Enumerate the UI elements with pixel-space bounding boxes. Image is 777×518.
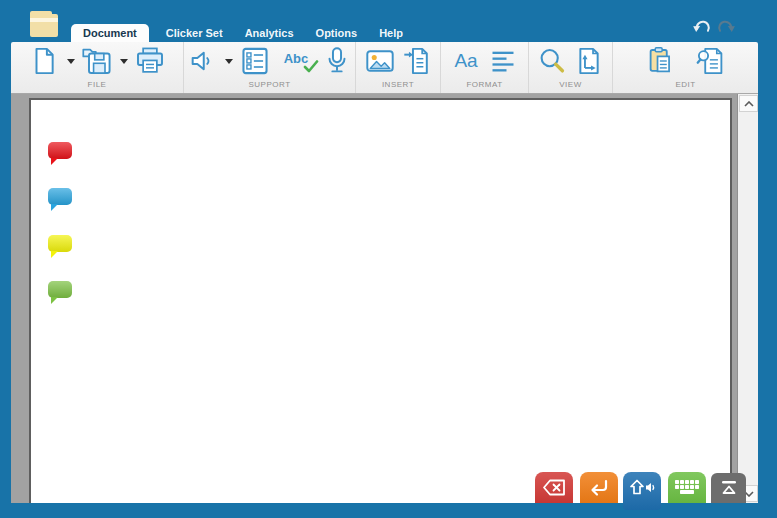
keyboard-icon — [674, 479, 700, 496]
chevron-down-icon — [225, 59, 233, 64]
speak-button[interactable] — [623, 472, 661, 510]
keyboard-button[interactable] — [668, 472, 706, 503]
chevron-down-icon — [120, 59, 128, 64]
new-document-button[interactable] — [27, 43, 61, 79]
paste-button[interactable] — [644, 43, 678, 79]
zoom-button[interactable] — [535, 43, 569, 79]
collapse-panel-button[interactable] — [711, 473, 746, 503]
group-label-file: FILE — [88, 80, 107, 93]
spellcheck-button[interactable]: Abc — [275, 43, 317, 79]
undo-icon[interactable] — [690, 15, 712, 37]
tab-bar: Document Clicker Set Analytics Options H… — [71, 24, 414, 42]
green-speech-bubble[interactable] — [48, 281, 72, 298]
return-arrow-icon — [588, 479, 610, 497]
toolbar-group-file: FILE — [11, 42, 184, 93]
shift-speaker-icon — [629, 479, 655, 496]
speaker-button[interactable] — [185, 43, 219, 79]
check-icon — [303, 59, 319, 77]
tab-help[interactable]: Help — [368, 24, 414, 42]
tab-analytics[interactable]: Analytics — [234, 24, 305, 42]
app-window: Document Clicker Set Analytics Options H… — [0, 0, 777, 518]
collapse-up-icon — [719, 479, 739, 497]
redo-icon[interactable] — [715, 15, 737, 37]
toolbar-group-edit: EDIT — [613, 42, 758, 93]
font-aa-text: Aa — [454, 50, 477, 72]
toolbar-group-support: Abc SUPPORT — [184, 42, 356, 93]
print-button[interactable] — [133, 43, 167, 79]
yellow-speech-bubble[interactable] — [48, 235, 72, 252]
group-label-insert: INSERT — [382, 80, 414, 93]
font-button[interactable]: Aa — [449, 43, 483, 79]
speaker-dropdown[interactable] — [222, 43, 235, 79]
scroll-up-button[interactable] — [739, 95, 758, 112]
red-speech-bubble[interactable] — [48, 142, 72, 159]
save-button[interactable] — [80, 43, 114, 79]
alignment-button[interactable] — [486, 43, 520, 79]
document-canvas — [11, 94, 758, 503]
page-size-button[interactable] — [572, 43, 606, 79]
toolbar-group-format: Aa FORMAT — [441, 42, 529, 93]
toolbar-group-insert: INSERT — [356, 42, 441, 93]
numbered-list-button[interactable] — [238, 43, 272, 79]
group-label-format: FORMAT — [466, 80, 502, 93]
new-document-dropdown[interactable] — [64, 43, 77, 79]
chevron-up-icon — [744, 101, 754, 107]
backspace-icon — [542, 479, 566, 496]
group-label-support: SUPPORT — [248, 80, 290, 93]
group-label-view: VIEW — [559, 80, 581, 93]
insert-document-button[interactable] — [400, 43, 434, 79]
blue-speech-bubble[interactable] — [48, 188, 72, 205]
save-dropdown[interactable] — [117, 43, 130, 79]
history-controls — [690, 15, 737, 37]
backspace-button[interactable] — [535, 472, 573, 503]
tab-clicker-set[interactable]: Clicker Set — [155, 24, 234, 42]
insert-picture-button[interactable] — [363, 43, 397, 79]
folder-icon — [30, 11, 58, 37]
toolbar-group-view: VIEW — [529, 42, 613, 93]
tab-document[interactable]: Document — [71, 24, 149, 42]
chevron-down-icon — [67, 59, 75, 64]
group-label-edit: EDIT — [675, 80, 695, 93]
find-button[interactable] — [694, 43, 728, 79]
microphone-button[interactable] — [320, 43, 354, 79]
document-page[interactable] — [29, 98, 732, 503]
main-toolbar: FILE — [11, 42, 758, 94]
vertical-scrollbar[interactable] — [737, 94, 758, 503]
tab-options[interactable]: Options — [305, 24, 369, 42]
return-button[interactable] — [580, 472, 618, 503]
